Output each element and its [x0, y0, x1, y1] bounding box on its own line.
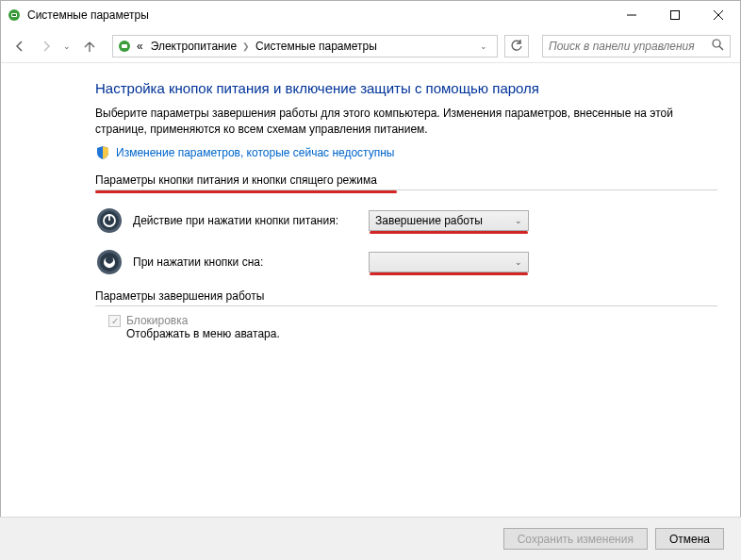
lock-checkbox-desc: Отображать в меню аватара. — [126, 327, 280, 340]
search-icon[interactable] — [712, 39, 724, 54]
svg-rect-4 — [671, 11, 680, 20]
annotation-underline — [370, 272, 528, 275]
page-heading: Настройка кнопок питания и включение защ… — [95, 80, 717, 96]
recent-dropdown-icon[interactable]: ⌄ — [63, 41, 71, 51]
lock-checkbox[interactable]: ✓ — [108, 315, 121, 327]
sleep-icon — [95, 248, 124, 276]
power-button-action-label: Действие при нажатии кнопки питания: — [133, 214, 359, 227]
back-button[interactable] — [10, 37, 29, 56]
lock-checkbox-title: Блокировка — [126, 314, 280, 327]
minimize-button[interactable] — [610, 1, 653, 29]
svg-rect-8 — [122, 44, 127, 48]
up-button[interactable] — [80, 37, 99, 56]
address-dropdown-icon[interactable]: ⌄ — [480, 41, 487, 51]
navbar: ⌄ « Электропитание ❯ Системные параметры… — [1, 29, 740, 63]
chevron-down-icon: ⌄ — [515, 257, 522, 267]
window-controls — [610, 1, 740, 29]
search-input[interactable] — [549, 40, 712, 53]
close-button[interactable] — [697, 1, 740, 29]
forward-button[interactable] — [37, 37, 56, 56]
section-power-buttons-header: Параметры кнопки питания и кнопки спящег… — [95, 173, 717, 190]
page-description: Выберите параметры завершения работы для… — [95, 106, 717, 138]
breadcrumb-seg1[interactable]: Электропитание — [148, 40, 239, 53]
sleep-button-action-row: При нажатии кнопки сна: ⌄ — [95, 248, 717, 276]
content-panel: Настройка кнопок питания и включение защ… — [1, 63, 740, 340]
titlebar: Системные параметры — [1, 1, 740, 29]
power-options-icon — [117, 39, 132, 54]
shield-icon — [95, 145, 110, 160]
svg-rect-2 — [12, 14, 16, 16]
change-settings-link[interactable]: Изменение параметров, которые сейчас нед… — [95, 145, 717, 160]
annotation-underline — [370, 231, 528, 234]
svg-point-9 — [713, 40, 720, 47]
power-button-action-row: Действие при нажатии кнопки питания: Зав… — [95, 206, 717, 235]
window-title: Системные параметры — [27, 8, 149, 22]
maximize-button[interactable] — [653, 1, 697, 29]
save-button[interactable]: Сохранить изменения — [503, 528, 648, 550]
power-button-action-dropdown[interactable]: Завершение работы ⌄ — [369, 210, 529, 231]
refresh-button[interactable] — [504, 35, 529, 58]
breadcrumb-sep-icon[interactable]: ❯ — [241, 41, 251, 51]
breadcrumb-prefix: « — [134, 40, 146, 53]
svg-point-16 — [100, 253, 119, 272]
svg-line-10 — [719, 46, 723, 50]
power-button-action-value: Завершение работы — [375, 214, 483, 227]
power-icon — [95, 206, 124, 235]
section-shutdown-header: Параметры завершения работы — [95, 289, 717, 306]
cancel-button[interactable]: Отмена — [655, 528, 724, 550]
breadcrumb-seg2[interactable]: Системные параметры — [253, 40, 380, 53]
change-settings-label: Изменение параметров, которые сейчас нед… — [116, 146, 395, 159]
sleep-button-action-label: При нажатии кнопки сна: — [133, 255, 359, 269]
power-options-icon — [7, 8, 22, 23]
address-bar[interactable]: « Электропитание ❯ Системные параметры ⌄ — [112, 35, 498, 58]
lock-checkbox-row: ✓ Блокировка Отображать в меню аватара. — [108, 314, 717, 340]
chevron-down-icon: ⌄ — [515, 216, 522, 225]
annotation-underline — [95, 190, 397, 193]
footer: Сохранить изменения Отмена — [0, 517, 741, 560]
sleep-button-action-dropdown[interactable]: ⌄ — [369, 252, 529, 272]
search-box[interactable] — [542, 35, 731, 58]
